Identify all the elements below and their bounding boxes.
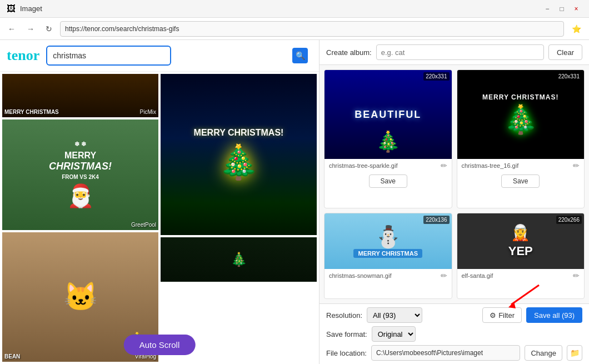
- image-preview-3[interactable]: 220x136 ⛄ MERRY CHRISTMAS: [325, 213, 452, 269]
- right-panel: Create album: Clear 220x331 BEAUTIFUL 🎄 …: [320, 40, 589, 364]
- title-bar-controls: − □ ×: [541, 3, 582, 15]
- dimension-badge-4: 220x266: [556, 216, 582, 224]
- bookmark-button[interactable]: ⭐: [568, 22, 585, 36]
- auto-scroll-button[interactable]: Auto Scroll: [124, 335, 196, 355]
- gif-column-2: MERRY CHRISTMAS! 🎄 🎄: [161, 74, 317, 362]
- edit-icon-1[interactable]: ✏: [441, 161, 447, 170]
- gif-label-1: MERRY CHRISTMAS: [4, 109, 59, 115]
- clear-button[interactable]: Clear: [548, 44, 582, 60]
- image-preview-4[interactable]: 220x266 🧝 YEP: [457, 213, 585, 269]
- image-grid: 220x331 BEAUTIFUL 🎄 christmas-tree-spark…: [320, 65, 589, 303]
- edit-icon-2[interactable]: ✏: [573, 161, 580, 170]
- gif-label-right-1: PicMix: [140, 109, 156, 115]
- change-button[interactable]: Change: [525, 345, 562, 361]
- edit-icon-3[interactable]: ✏: [441, 271, 447, 280]
- tenor-search-wrapper: 🔍: [46, 46, 312, 66]
- gif-item-2[interactable]: ❄ ❄ MERRY CHRISTMAS! FROM VS 2K4 🎅 Greet…: [2, 119, 158, 230]
- edit-icon-4[interactable]: ✏: [573, 271, 580, 280]
- gif-grid: MERRY CHRISTMAS PicMix ❄ ❄ MERRY CHRISTM…: [0, 72, 319, 364]
- album-label: Create album:: [326, 48, 372, 57]
- file-location-input[interactable]: [371, 345, 520, 361]
- title-bar-left: 🖼 Imaget: [7, 4, 42, 14]
- image-thumbnail-3: 220x136 ⛄ MERRY CHRISTMAS: [325, 213, 452, 269]
- app-title: Imaget: [20, 4, 42, 13]
- gif-item-1[interactable]: MERRY CHRISTMAS PicMix: [2, 74, 158, 117]
- tenor-search-button[interactable]: 🔍: [292, 48, 308, 63]
- dimension-badge-3: 220x136: [423, 216, 449, 224]
- format-label: Save format:: [326, 330, 367, 338]
- file-location-row: File location: Change 📁: [326, 345, 582, 361]
- main-container: tenor 🔍 MERRY CHRISTMAS PicMix: [0, 40, 589, 364]
- image-filename-1: christmas-tree-sparkle.gif: [329, 162, 441, 169]
- tenor-logo: tenor: [7, 47, 39, 64]
- title-bar: 🖼 Imaget − □ ×: [0, 0, 589, 18]
- gif-label-3: BEAN: [4, 353, 20, 360]
- bottom-controls: Resolution: All (93) 720p 1080p 4K ⚙ Fil…: [320, 303, 589, 364]
- save-button-2[interactable]: Save: [501, 174, 540, 188]
- image-footer-4: elf-santa.gif ✏: [457, 269, 585, 282]
- resolution-select[interactable]: All (93) 720p 1080p 4K: [367, 307, 422, 323]
- image-filename-3: christmas-snowman.gif: [329, 272, 441, 279]
- image-filename-2: christmas-tree_16.gif: [462, 162, 573, 169]
- image-footer-3: christmas-snowman.gif ✏: [325, 269, 452, 282]
- dimension-badge-1: 220x331: [423, 72, 449, 81]
- gif-column-1: MERRY CHRISTMAS PicMix ❄ ❄ MERRY CHRISTM…: [2, 74, 158, 362]
- resolution-label: Resolution:: [326, 311, 362, 320]
- image-card-2: 220x331 MERRY CHRISTMAS! 🎄 christmas-tre…: [457, 69, 585, 208]
- folder-icon: 📁: [570, 348, 580, 357]
- forward-button[interactable]: →: [23, 22, 38, 36]
- save-row-2: Save: [457, 172, 585, 191]
- gif-item-5[interactable]: 🎄: [161, 237, 317, 282]
- image-footer-2: christmas-tree_16.gif ✏: [457, 159, 585, 172]
- image-footer-1: christmas-tree-sparkle.gif ✏: [325, 159, 452, 172]
- maximize-button[interactable]: □: [556, 3, 568, 15]
- format-select[interactable]: Original GIF MP4: [372, 326, 416, 342]
- tenor-header: tenor 🔍: [0, 40, 319, 72]
- gif-item-4[interactable]: MERRY CHRISTMAS! 🎄: [161, 74, 317, 235]
- folder-button[interactable]: 📁: [567, 345, 582, 361]
- album-bar: Create album: Clear: [320, 40, 589, 65]
- left-panel: tenor 🔍 MERRY CHRISTMAS PicMix: [0, 40, 320, 364]
- browser-bar: ← → ↻ ⭐: [0, 18, 589, 40]
- dimension-badge-2: 220x331: [556, 72, 582, 81]
- arrow-annotation: [506, 282, 550, 310]
- address-bar[interactable]: [60, 21, 564, 37]
- image-filename-4: elf-santa.gif: [462, 272, 573, 279]
- image-preview-2[interactable]: 220x331 MERRY CHRISTMAS! 🎄: [457, 70, 585, 159]
- svg-line-0: [511, 285, 539, 305]
- image-card-3: 220x136 ⛄ MERRY CHRISTMAS christmas-snow…: [324, 213, 452, 300]
- image-preview-1[interactable]: 220x331 BEAUTIFUL 🎄: [325, 70, 452, 159]
- image-thumbnail-2: 220x331 MERRY CHRISTMAS! 🎄: [457, 70, 585, 159]
- save-row-1: Save: [325, 172, 452, 191]
- image-card-1: 220x331 BEAUTIFUL 🎄 christmas-tree-spark…: [324, 69, 452, 208]
- format-row: Save format: Original GIF MP4: [326, 326, 582, 342]
- close-button[interactable]: ×: [570, 3, 582, 15]
- filter-icon: ⚙: [490, 311, 496, 320]
- album-input[interactable]: [376, 44, 544, 60]
- minimize-button[interactable]: −: [541, 3, 553, 15]
- app-icon: 🖼: [7, 4, 16, 14]
- image-thumbnail-1: 220x331 BEAUTIFUL 🎄: [325, 70, 452, 159]
- file-location-label: File location:: [326, 349, 367, 357]
- back-button[interactable]: ←: [4, 22, 19, 36]
- save-button-1[interactable]: Save: [369, 174, 407, 188]
- tenor-search-input[interactable]: [46, 46, 171, 66]
- refresh-button[interactable]: ↻: [42, 22, 56, 36]
- image-thumbnail-4: 220x266 🧝 YEP: [457, 213, 585, 269]
- gif-label-right-2: GreetPool: [131, 222, 156, 228]
